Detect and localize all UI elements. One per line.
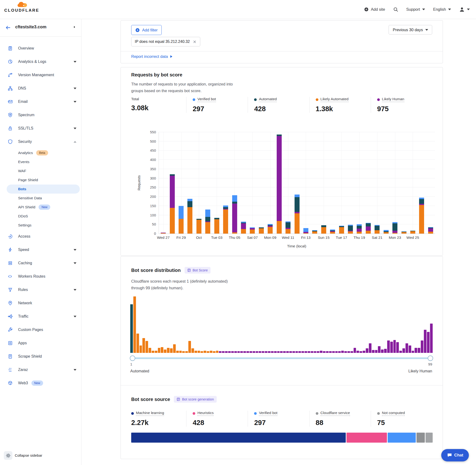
bar-segment-automated (330, 231, 335, 231)
sidebar-item-rules[interactable]: Rules (0, 283, 81, 296)
sidebar-item-events[interactable]: Events (7, 157, 80, 166)
histogram-bar-score-52 (286, 351, 289, 353)
chevron-down-icon (74, 316, 76, 317)
search-icon (393, 7, 398, 12)
report-incorrect-data-link[interactable]: Report incorrect data (131, 54, 173, 59)
support-menu[interactable]: Support (406, 7, 425, 12)
histogram-bar-score-9 (155, 351, 157, 353)
badge-new: New (32, 380, 43, 386)
remove-filter-icon[interactable] (193, 40, 197, 44)
filter-chip[interactable]: IP does not equal 35.212.240.32 (131, 37, 200, 46)
stat-total: Total3.08k (131, 97, 186, 113)
sidebar-item-bots[interactable]: Bots (7, 185, 80, 194)
stat-verified-bot: Verified bot297 (248, 411, 309, 427)
sidebar-item-label: Page Shield (18, 178, 38, 182)
bot-score-badge[interactable]: Bot Score (185, 267, 211, 274)
sidebar-item-zaraz[interactable]: Zaraz (0, 363, 81, 376)
sidebar-item-ssl-tls[interactable]: SSL/TLS (0, 122, 81, 135)
language-menu[interactable]: English (433, 7, 451, 12)
bar-segment-verified_bot (268, 224, 273, 225)
gridline (377, 132, 377, 233)
sidebar-item-overview[interactable]: Overview (0, 42, 81, 55)
sidebar-item-caching[interactable]: Caching (0, 256, 81, 270)
sidebar-item-custom-pages[interactable]: Custom Pages (0, 323, 81, 337)
bar-segment-likely_automated (196, 220, 201, 233)
sidebar-item-spectrum[interactable]: Spectrum (0, 108, 81, 122)
sidebar-item-workers-routes[interactable]: Workers Routes (0, 270, 81, 283)
histogram-bar-score-22 (195, 351, 197, 353)
histogram-bar-score-10 (158, 348, 160, 353)
gridline (159, 187, 435, 187)
y-tick-label: 250 (145, 185, 156, 189)
sidebar-item-web3[interactable]: Web3New (0, 376, 81, 390)
histogram-bar-score-66 (329, 351, 332, 353)
histogram-bar-score-61 (314, 351, 317, 353)
sidebar-item-label: Custom Pages (18, 328, 43, 332)
histogram-bar-score-11 (161, 347, 163, 353)
add-site-button[interactable]: Add site (364, 7, 385, 12)
sidebar-item-sensitive-data[interactable]: Sensitive Data (7, 194, 80, 203)
stat-label[interactable]: Likely Human (382, 97, 404, 102)
date-range-select[interactable]: Previous 30 days (389, 25, 432, 34)
legend-dot (193, 412, 195, 415)
sidebar-item-version-management[interactable]: Version Management (0, 68, 81, 82)
sidebar-item-api-shield[interactable]: API ShieldNew (7, 203, 80, 212)
score-range-slider[interactable] (130, 357, 433, 359)
chevron-down-icon (74, 88, 76, 89)
slider-handle-min[interactable] (130, 356, 135, 361)
sidebar-item-waf[interactable]: WAF (7, 166, 80, 176)
zaraz-icon (7, 367, 13, 372)
sidebar-item-speed[interactable]: Speed (0, 243, 81, 256)
stat-label[interactable]: Likely Automated (320, 97, 349, 102)
stat-cloudflare-service: Cloudflare service88 (309, 411, 371, 427)
sidebar-item-email[interactable]: Email (0, 95, 81, 108)
stat-label[interactable]: Verified bot (259, 411, 277, 416)
search-button[interactable] (393, 7, 398, 12)
sidebar-item-analytics-logs[interactable]: Analytics & Logs (0, 55, 81, 68)
sidebar-item-dns[interactable]: DNS (0, 82, 81, 95)
stat-label[interactable]: Not computed (382, 411, 405, 416)
sidebar-item-page-shield[interactable]: Page Shield (7, 176, 80, 185)
sidebar-item-security[interactable]: Security (0, 135, 81, 148)
bot-score-generation-badge[interactable]: Bot score generation (174, 396, 217, 403)
sidebar-item-network[interactable]: Network (0, 296, 81, 310)
bot-score-histogram (130, 296, 433, 353)
add-filter-button[interactable]: Add filter (131, 25, 162, 35)
stat-value: 297 (193, 105, 248, 113)
stat-label[interactable]: Machine learning (136, 411, 164, 416)
histogram-bar-score-57 (301, 351, 304, 353)
histogram-bar-score-38 (243, 351, 246, 353)
account-menu[interactable] (459, 7, 470, 12)
stat-label[interactable]: Automated (259, 97, 277, 102)
collapse-sidebar-button[interactable]: Collapse sidebar (15, 453, 42, 458)
bar-segment-verified_bot (223, 205, 228, 207)
y-tick-label: 100 (145, 213, 156, 217)
bar-segment-automated (170, 174, 175, 176)
histogram-bar-score-67 (332, 351, 335, 353)
sidebar-item-traffic[interactable]: Traffic (0, 310, 81, 323)
stat-label[interactable]: Heuristics (197, 411, 214, 416)
source-segment-not-computed (425, 433, 433, 443)
sidebar-item-apps[interactable]: Apps (0, 337, 81, 350)
settings-gear-button[interactable] (4, 451, 12, 460)
sidebar: cftestsite3.com OverviewAnalytics & Logs… (0, 19, 81, 465)
stat-label[interactable]: Verified bot (197, 97, 216, 102)
sidebar-item-access[interactable]: Access (0, 230, 81, 243)
sidebar-item-ddos[interactable]: DDoS (7, 212, 80, 221)
histogram-bar-score-33 (228, 351, 231, 353)
histogram-bar-score-51 (283, 351, 286, 353)
histogram-bar-score-21 (191, 348, 194, 353)
add-circle-icon (135, 28, 140, 32)
histogram-bar-score-60 (311, 351, 313, 353)
back-arrow-icon[interactable] (5, 25, 11, 31)
bar-segment-automated (286, 222, 290, 228)
chat-button[interactable]: Chat (441, 449, 469, 461)
stat-value: 2.27k (131, 419, 186, 427)
stat-label[interactable]: Cloudflare service (320, 411, 350, 416)
sidebar-item-scrape-shield[interactable]: Scrape Shield (0, 350, 81, 363)
bar-segment-verified_bot (348, 225, 353, 226)
slider-handle-max[interactable] (428, 356, 433, 361)
site-switcher-caret-icon[interactable] (73, 25, 76, 29)
sidebar-item-settings[interactable]: Settings (7, 221, 80, 230)
sidebar-item-analytics[interactable]: AnalyticsBeta (7, 148, 80, 157)
